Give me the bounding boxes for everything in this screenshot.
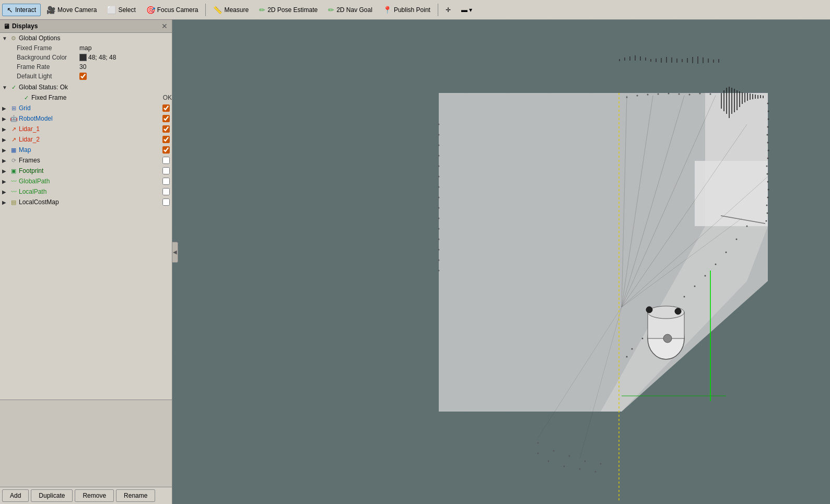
local-path-arrow: ▶ [2, 189, 9, 195]
local-cost-map-checkbox[interactable] [162, 198, 170, 206]
svg-point-100 [438, 249, 440, 251]
gs-fixed-value: OK [163, 94, 172, 101]
select-button[interactable]: ⬜ Select [102, 4, 140, 16]
viewport[interactable] [172, 20, 830, 504]
svg-point-67 [766, 166, 768, 167]
svg-point-54 [668, 93, 670, 95]
frame-rate-prop: Frame Rate 30 [0, 62, 172, 72]
frames-arrow: ▶ [2, 158, 9, 163]
default-light-checkbox[interactable] [79, 73, 87, 80]
grid-label: Grid [19, 104, 162, 112]
svg-point-71 [767, 197, 769, 198]
bg-color-swatch[interactable] [79, 54, 87, 61]
svg-point-75 [746, 226, 748, 227]
global-status-item[interactable]: ▼ ✓ Global Status: Ok [0, 82, 172, 92]
lidar2-arrow: ▶ [2, 137, 9, 143]
svg-point-108 [537, 453, 539, 454]
frames-item[interactable]: ▶ ⟳ Frames [0, 155, 172, 166]
grid-item[interactable]: ▶ ⊞ Grid [0, 103, 172, 113]
footprint-checkbox[interactable] [162, 167, 170, 174]
svg-rect-38 [757, 95, 758, 99]
svg-point-66 [767, 158, 769, 159]
focus-camera-label: Focus Camera [157, 6, 198, 14]
duplicate-button[interactable]: Duplicate [31, 489, 73, 502]
grid-checkbox[interactable] [162, 104, 170, 112]
svg-rect-4 [619, 59, 620, 61]
fixed-frame-label: Fixed Frame [17, 44, 79, 52]
global-status-label: Global Status: Ok [19, 84, 172, 91]
gs-fixed-check-icon: ✓ [22, 93, 30, 102]
fixed-frame-prop: Fixed Frame map [0, 43, 172, 53]
svg-point-103 [537, 442, 539, 444]
tool-options-button[interactable]: ▬ ▾ [457, 4, 477, 16]
svg-point-116 [646, 307, 652, 313]
map-arrow: ▶ [2, 147, 9, 153]
local-path-item[interactable]: ▶ 〰 LocalPath [0, 186, 172, 197]
map-checkbox[interactable] [162, 146, 170, 154]
rename-button[interactable]: Rename [116, 489, 155, 502]
robot-model-icon: 🤖 [9, 114, 18, 123]
svg-point-93 [438, 176, 440, 178]
pose-estimate-button[interactable]: ✏ 2D Pose Estimate [254, 4, 322, 16]
add-button[interactable]: Add [2, 489, 29, 502]
svg-rect-5 [624, 57, 625, 61]
add-tool-button[interactable]: ✛ [441, 4, 455, 16]
lidar1-item[interactable]: ▶ ↗ Lidar_1 [0, 124, 172, 134]
local-path-label: LocalPath [19, 188, 162, 195]
svg-rect-39 [760, 95, 761, 98]
nav-goal-button[interactable]: ✏ 2D Nav Goal [323, 4, 377, 16]
global-options-item[interactable]: ▼ ⚙ Global Options [0, 33, 172, 43]
frames-label: Frames [19, 157, 162, 164]
bg-color-value[interactable]: 48; 48; 48 [88, 54, 170, 61]
svg-rect-30 [737, 90, 738, 110]
svg-point-111 [579, 468, 581, 470]
local-cost-map-item[interactable]: ▶ ▤ LocalCostMap [0, 197, 172, 207]
footprint-item[interactable]: ▶ ▣ Footprint [0, 166, 172, 176]
global-path-item[interactable]: ▶ 〰 GlobalPath [0, 176, 172, 186]
publish-point-button[interactable]: 📍 Publish Point [378, 4, 435, 16]
fixed-frame-value[interactable]: map [79, 44, 170, 52]
robot-model-item[interactable]: ▶ 🤖 RobotModel [0, 113, 172, 124]
svg-point-99 [438, 239, 440, 240]
svg-point-88 [438, 124, 440, 125]
lidar1-checkbox[interactable] [162, 125, 170, 133]
svg-point-87 [626, 356, 628, 358]
displays-close-button[interactable]: ✕ [160, 22, 169, 30]
nav-goal-icon: ✏ [328, 6, 334, 14]
displays-header: 🖥 Displays ✕ [0, 20, 172, 33]
lidar2-checkbox[interactable] [162, 136, 170, 143]
svg-rect-28 [731, 88, 732, 114]
bg-color-label: Background Color [17, 54, 79, 61]
svg-rect-31 [739, 91, 740, 107]
map-item[interactable]: ▶ ▦ Map [0, 145, 172, 155]
collapse-handle[interactable]: ◀ [172, 242, 178, 263]
measure-label: Measure [224, 6, 249, 14]
local-path-checkbox[interactable] [162, 188, 170, 195]
frame-rate-value[interactable]: 30 [79, 63, 170, 71]
tree-container: ▼ ⚙ Global Options Fixed Frame map Backg… [0, 33, 172, 400]
nav-goal-label: 2D Nav Goal [336, 6, 372, 14]
svg-point-106 [584, 461, 586, 462]
global-status-check-icon: ✓ [9, 83, 18, 91]
frames-icon: ⟳ [9, 156, 18, 165]
measure-button[interactable]: 📏 Measure [208, 4, 253, 16]
robot-model-checkbox[interactable] [162, 115, 170, 122]
remove-button[interactable]: Remove [75, 489, 114, 502]
interact-button[interactable]: ↖ Interact [2, 4, 41, 16]
svg-point-110 [564, 466, 565, 467]
global-path-checkbox[interactable] [162, 178, 170, 185]
pose-estimate-label: 2D Pose Estimate [267, 6, 318, 14]
focus-camera-icon: 🎯 [146, 6, 155, 14]
select-label: Select [118, 6, 135, 14]
svg-point-89 [438, 134, 440, 136]
global-status-fixed-frame-item[interactable]: ✓ Fixed Frame OK [0, 92, 172, 103]
svg-point-86 [632, 348, 633, 350]
lidar2-item[interactable]: ▶ ↗ Lidar_2 [0, 134, 172, 145]
add-tool-icon: ✛ [446, 6, 451, 14]
global-path-label: GlobalPath [19, 178, 162, 185]
bg-color-prop: Background Color 48; 48; 48 [0, 53, 172, 62]
svg-point-102 [438, 270, 440, 272]
focus-camera-button[interactable]: 🎯 Focus Camera [142, 4, 203, 16]
move-camera-button[interactable]: 🎥 Move Camera [42, 4, 101, 16]
frames-checkbox[interactable] [162, 157, 170, 164]
